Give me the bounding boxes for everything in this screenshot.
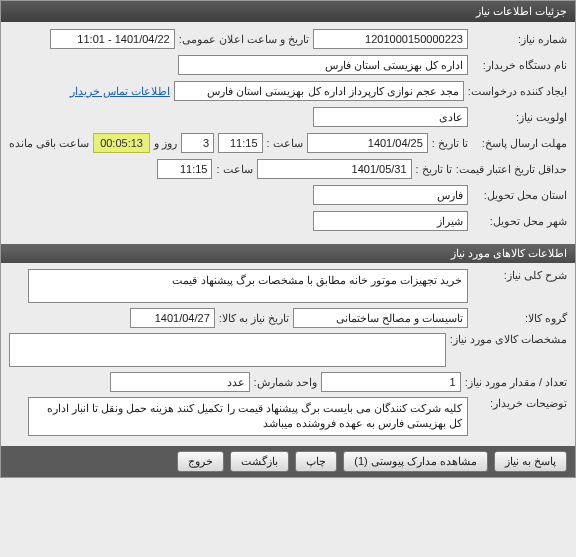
group-field: تاسیسات و مصالح ساختمانی: [293, 308, 468, 328]
spec-label: مشخصات کالای مورد نیاز:: [450, 333, 567, 346]
announce-field: 1401/04/22 - 11:01: [50, 29, 175, 49]
goods-section-header: اطلاعات کالاهای مورد نیاز: [1, 244, 575, 263]
need-date-field: 1401/04/27: [130, 308, 215, 328]
buyer-contact-link[interactable]: اطلاعات تماس خریدار: [70, 85, 170, 98]
reply-time-field: 11:15: [218, 133, 263, 153]
attachments-button-label: مشاهده مدارک پیوستی (1): [354, 455, 477, 468]
desc-label: شرح کلی نیاز:: [472, 269, 567, 282]
buyer-label: نام دستگاه خریدار:: [472, 59, 567, 72]
min-valid-label: حداقل تاریخ اعتبار قیمت:: [456, 163, 567, 176]
countdown-timer: 00:05:13: [93, 133, 150, 153]
reply-deadline-label: مهلت ارسال پاسخ:: [472, 137, 567, 150]
province-label: استان محل تحویل:: [472, 189, 567, 202]
qty-label: تعداد / مقدار مورد نیاز:: [465, 376, 567, 389]
priority-field: عادی: [313, 107, 468, 127]
valid-date-field: 1401/05/31: [257, 159, 412, 179]
to-date-label-1: تا تاریخ :: [432, 137, 468, 150]
announce-label: تاریخ و ساعت اعلان عمومی:: [179, 33, 309, 46]
exit-button[interactable]: خروج: [177, 451, 224, 472]
general-section: شماره نیاز: 1201000150000223 تاریخ و ساع…: [1, 22, 575, 242]
province-field: فارس: [313, 185, 468, 205]
need-date-label: تاریخ نیاز به کالا:: [219, 312, 289, 325]
valid-time-field: 11:15: [157, 159, 212, 179]
buyer-note-label: توضیحات خریدار:: [472, 397, 567, 410]
window-title: جزئیات اطلاعات نیاز: [476, 5, 567, 17]
window-titlebar: جزئیات اطلاعات نیاز: [1, 1, 575, 22]
spec-field: [9, 333, 446, 367]
unit-label: واحد شمارش:: [254, 376, 317, 389]
remaining-label: ساعت باقی مانده: [9, 137, 89, 150]
need-details-window: جزئیات اطلاعات نیاز شماره نیاز: 12010001…: [0, 0, 576, 478]
view-attachments-button[interactable]: مشاهده مدارک پیوستی (1): [343, 451, 488, 472]
print-button-label: چاپ: [306, 455, 326, 468]
city-label: شهر محل تحویل:: [472, 215, 567, 228]
reply-date-field: 1401/04/25: [307, 133, 428, 153]
reply-button[interactable]: پاسخ به نیاز: [494, 451, 567, 472]
desc-field: خرید تجهیزات موتور خانه مطابق با مشخصات …: [28, 269, 468, 303]
button-bar: پاسخ به نیاز مشاهده مدارک پیوستی (1) چاپ…: [1, 446, 575, 477]
group-label: گروه کالا:: [472, 312, 567, 325]
requester-label: ایجاد کننده درخواست:: [468, 85, 567, 98]
back-button-label: بازگشت: [241, 455, 278, 468]
to-date-label-2: تا تاریخ :: [416, 163, 452, 176]
need-number-field: 1201000150000223: [313, 29, 468, 49]
city-field: شیراز: [313, 211, 468, 231]
requester-field: مجد عجم نوازی کارپرداز اداره کل بهزیستی …: [174, 81, 464, 101]
qty-field: 1: [321, 372, 461, 392]
goods-section: شرح کلی نیاز: خرید تجهیزات موتور خانه مط…: [1, 263, 575, 446]
priority-label: اولویت نیاز:: [472, 111, 567, 124]
print-button[interactable]: چاپ: [295, 451, 337, 472]
time-label-2: ساعت :: [216, 163, 252, 176]
back-button[interactable]: بازگشت: [230, 451, 289, 472]
exit-button-label: خروج: [188, 455, 213, 468]
days-label: روز و: [154, 137, 177, 150]
reply-button-label: پاسخ به نیاز: [505, 455, 556, 468]
days-remaining-field: 3: [181, 133, 214, 153]
need-number-label: شماره نیاز:: [472, 33, 567, 46]
buyer-field: اداره کل بهزیستی استان فارس: [178, 55, 468, 75]
time-label-1: ساعت :: [267, 137, 303, 150]
buyer-note-field: کلیه شرکت کنندگان می بایست برگ پیشنهاد ق…: [28, 397, 468, 436]
unit-field: عدد: [110, 372, 250, 392]
